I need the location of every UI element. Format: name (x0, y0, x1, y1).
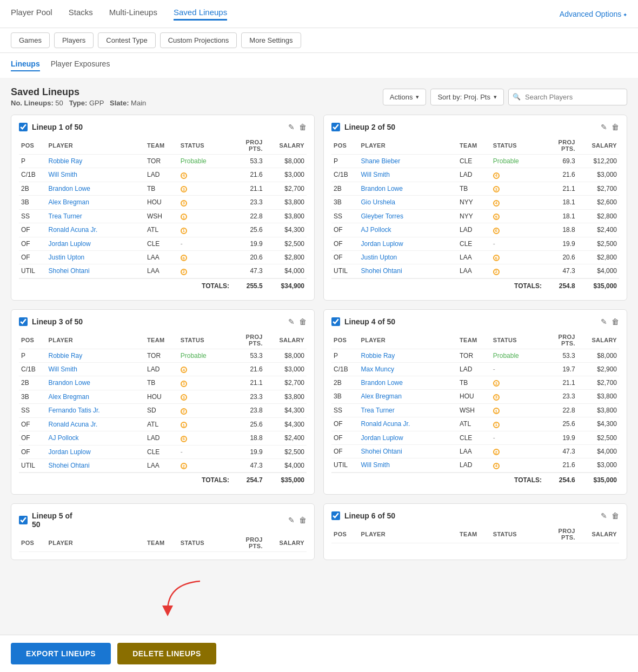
status-cell: 1 (491, 403, 544, 417)
nav-saved-lineups[interactable]: Saved Lineups (174, 8, 227, 21)
player-link[interactable]: Ronald Acuna Jr. (49, 421, 98, 428)
player-link[interactable]: Will Smith (49, 365, 77, 373)
lineup-4-checkbox[interactable] (331, 317, 340, 326)
actions-dropdown[interactable]: Actions (383, 89, 427, 105)
player-link[interactable]: Justin Upton (49, 254, 85, 261)
lineup-4-edit-icon[interactable]: ✎ (601, 317, 607, 326)
sub-nav-games[interactable]: Games (11, 32, 50, 48)
player-link[interactable]: Alex Bregman (49, 198, 89, 206)
player-cell: Shane Bieber (359, 155, 457, 168)
lineup-3-checkbox[interactable] (19, 317, 28, 326)
player-link[interactable]: Brandon Lowe (49, 185, 90, 192)
status-dot-circle: 2 (181, 408, 187, 415)
lineup-2-actions: ✎ 🗑 (601, 123, 619, 131)
player-link[interactable]: Trea Turner (49, 212, 82, 220)
lineup-1-checkbox[interactable] (19, 123, 28, 131)
sub-nav-contest-type[interactable]: Contest Type (98, 32, 155, 48)
salary-cell: $2,500 (577, 431, 619, 444)
player-link[interactable]: Justin Upton (361, 254, 397, 261)
search-input[interactable] (508, 89, 627, 105)
player-link[interactable]: Brandon Lowe (361, 185, 403, 192)
status-dot: 1 (493, 408, 500, 414)
col-status: STATUS (491, 137, 544, 155)
player-link[interactable]: Gleyber Torres (361, 212, 403, 220)
pos-cell: OF (19, 431, 46, 445)
team-cell: LAD (145, 431, 178, 445)
tab-lineups[interactable]: Lineups (11, 59, 40, 71)
sub-nav-custom-projections[interactable]: Custom Projections (160, 32, 237, 48)
table-row: UTIL Shohei Ohtani LAA 2 47.3 $4,000 (19, 264, 307, 278)
lineup-5-checkbox[interactable] (19, 516, 28, 524)
player-link[interactable]: Jordan Luplow (361, 240, 403, 248)
player-link[interactable]: Alex Bregman (361, 392, 402, 400)
pos-cell: P (331, 155, 359, 168)
player-link[interactable]: Will Smith (49, 171, 77, 178)
player-link[interactable]: Will Smith (361, 171, 390, 178)
lineup-2-delete-icon[interactable]: 🗑 (612, 123, 619, 131)
lineup-1-edit-icon[interactable]: ✎ (288, 123, 295, 131)
sub-nav-more-settings[interactable]: More Settings (241, 32, 301, 48)
player-cell: Jordan Luplow (359, 237, 457, 250)
player-link[interactable]: Robbie Ray (361, 352, 395, 360)
player-link[interactable]: Brandon Lowe (361, 379, 403, 387)
player-link[interactable]: Robbie Ray (49, 352, 83, 360)
player-cell: Alex Bregman (359, 390, 457, 404)
player-link[interactable]: Alex Bregman (49, 393, 89, 401)
player-link[interactable]: Max Muncy (361, 365, 394, 373)
nav-player-pool[interactable]: Player Pool (11, 8, 52, 21)
section-tabs: Lineups Player Exposures (0, 53, 638, 78)
salary-cell: $2,800 (577, 250, 619, 264)
player-link[interactable]: Ronald Acuna Jr. (49, 226, 98, 234)
player-link[interactable]: Gio Urshela (361, 198, 395, 206)
lineup-5-delete-icon[interactable]: 🗑 (299, 516, 307, 524)
lineup-5-edit-icon[interactable]: ✎ (288, 516, 295, 524)
lineup-6-delete-icon[interactable]: 🗑 (612, 511, 619, 520)
table-row: OF AJ Pollock LAD 6 18.8 $2,400 (331, 223, 619, 237)
table-row: 2B Brandon Lowe TB 3 21.1 $2,700 (19, 376, 307, 390)
player-link[interactable]: Trea Turner (361, 407, 395, 414)
player-link[interactable]: Jordan Luplow (49, 448, 91, 456)
player-link[interactable]: Shohei Ohtani (361, 448, 402, 455)
status-dot: 3 (181, 394, 187, 401)
player-link[interactable]: Jordan Luplow (361, 434, 403, 442)
lineup-6-checkbox[interactable] (331, 511, 340, 520)
player-link[interactable]: Robbie Ray (49, 157, 83, 165)
advanced-options-link[interactable]: Advanced Options (560, 10, 627, 18)
saved-lineups-header: Saved Lineups No. Lineups: 50 Type: GPP … (11, 87, 627, 107)
player-cell: Robbie Ray (359, 349, 457, 362)
lineup-6-edit-icon[interactable]: ✎ (601, 511, 607, 520)
lineup-1-actions: ✎ 🗑 (288, 123, 307, 131)
player-link[interactable]: Jordan Luplow (49, 240, 91, 248)
player-link[interactable]: AJ Pollock (361, 226, 391, 234)
lineup-2-edit-icon[interactable]: ✎ (601, 123, 607, 131)
team-cell: TB (457, 376, 491, 390)
player-link[interactable]: Shohei Ohtani (361, 267, 402, 275)
player-link[interactable]: Fernando Tatis Jr. (49, 407, 100, 414)
status-cell: 4 (491, 168, 544, 182)
player-link[interactable]: Shane Bieber (361, 157, 401, 165)
status-dot-circle: 1 (181, 214, 187, 220)
lineup-1-delete-icon[interactable]: 🗑 (299, 123, 307, 131)
player-link[interactable]: Shohei Ohtani (49, 267, 90, 275)
lineup-3-edit-icon[interactable]: ✎ (288, 317, 295, 326)
table-row: C/1B Will Smith LAD 4 21.6 $3,000 (331, 168, 619, 182)
sub-nav-players[interactable]: Players (54, 32, 94, 48)
player-link[interactable]: Will Smith (361, 461, 390, 469)
player-link[interactable]: Brandon Lowe (49, 379, 90, 387)
player-link[interactable]: Shohei Ohtani (49, 462, 90, 469)
player-link[interactable]: Ronald Acuna Jr. (361, 420, 410, 428)
player-cell: Will Smith (359, 168, 457, 182)
pos-cell: 3B (19, 390, 46, 404)
lineup-5-title: Lineup 5 of 50 (19, 511, 72, 529)
sort-dropdown[interactable]: Sort by: Proj. Pts (430, 89, 504, 105)
lineup-2-checkbox[interactable] (331, 123, 340, 131)
nav-multi-lineups[interactable]: Multi-Lineups (109, 8, 157, 21)
salary-cell: $4,000 (577, 264, 619, 278)
team-cell: TB (457, 182, 491, 196)
col-pos: POS (19, 137, 46, 155)
lineup-3-delete-icon[interactable]: 🗑 (299, 317, 307, 326)
lineup-4-delete-icon[interactable]: 🗑 (612, 317, 619, 326)
player-link[interactable]: AJ Pollock (49, 434, 79, 442)
nav-stacks[interactable]: Stacks (69, 8, 93, 21)
tab-player-exposures[interactable]: Player Exposures (51, 59, 110, 71)
